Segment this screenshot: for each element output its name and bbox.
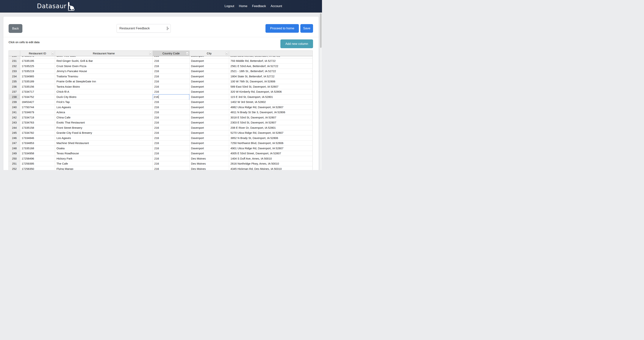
cell-address[interactable]: 320 W Kimberly Rd, Davenport, IA 52806 [229, 89, 312, 94]
cell-country-code[interactable]: 216 [153, 141, 190, 146]
cell-city[interactable]: Davenport [190, 64, 229, 69]
cell-restaurant-name[interactable]: Prairie Grille at SteepleGate Inn [55, 79, 153, 84]
cell-city[interactable]: Davenport [190, 56, 229, 58]
cell-city[interactable]: Des Moines [190, 166, 229, 170]
cell-country-code[interactable]: 216 [153, 130, 190, 135]
cell-restaurant-id[interactable]: 17335189 [20, 79, 55, 84]
cell-restaurant-name[interactable]: Exotic Thai Restaurant [55, 120, 153, 125]
cell-restaurant-name[interactable]: Duck City Bistro [55, 94, 153, 99]
cell-country-code[interactable]: 216 [153, 115, 190, 120]
scrollbar-thumb[interactable] [320, 13, 322, 48]
filter-button[interactable]: ▼ [226, 52, 228, 55]
cell-city[interactable]: Davenport [190, 151, 229, 156]
cell-city[interactable]: Davenport [190, 84, 229, 89]
cell-restaurant-name[interactable]: Frick's Tap [55, 100, 153, 105]
cell-address[interactable]: 1404 S Duff Ave, Ames, IA 50010 [229, 156, 312, 161]
cell-restaurant-id[interactable]: 17334763 [20, 120, 55, 125]
nav-link-feedback[interactable]: Feedback [252, 4, 266, 8]
cell-restaurant-id[interactable]: 17334965 [20, 74, 55, 79]
cell-city[interactable]: Davenport [190, 146, 229, 151]
cell-city[interactable]: Davenport [190, 69, 229, 74]
cell-country-code[interactable]: 216 [153, 84, 190, 89]
back-button[interactable]: Back [8, 24, 22, 33]
cell-country-code[interactable]: 216 [153, 146, 190, 151]
cell-restaurant-id[interactable]: 17334679 [20, 110, 55, 115]
cell-city[interactable]: Davenport [190, 141, 229, 146]
cell-city[interactable]: Des Moines [190, 156, 229, 161]
cell-restaurant-id[interactable]: 17258350 [20, 166, 55, 170]
cell-restaurant-name[interactable]: Hickory Park [55, 156, 153, 161]
cell-city[interactable]: Davenport [190, 135, 229, 140]
cell-city[interactable]: Davenport [190, 110, 229, 115]
cell-city[interactable]: Davenport [190, 89, 229, 94]
datasaur-logo[interactable]: Datasaur [37, 1, 76, 12]
cell-restaurant-name[interactable]: Trattoria Tiramisu [55, 74, 153, 79]
cell-address[interactable]: 2513 53rd Avenue, Bettendorf, IA 52722 [229, 56, 312, 58]
cell-address[interactable]: 115 E 3rd St, Davenport, IA 52801 [229, 94, 312, 99]
cell-restaurant-name[interactable]: Crust Stone Oven Pizza [55, 64, 153, 69]
cell-country-code[interactable]: 216 [153, 151, 190, 156]
cell-restaurant-id[interactable]: 17335225 [20, 64, 55, 69]
cell-city[interactable]: Des Moines [190, 161, 229, 166]
cell-restaurant-id[interactable]: 17259395 [20, 161, 55, 166]
cell-restaurant-id[interactable]: 17334782 [20, 130, 55, 135]
cell-city[interactable]: Davenport [190, 74, 229, 79]
cell-restaurant-id[interactable]: 17335168 [20, 146, 55, 151]
cell-country-code[interactable]: 216 [153, 94, 190, 99]
nav-link-account[interactable]: Account [271, 4, 282, 8]
cell-address[interactable]: 3018 E 53rd St, Davenport, IA 52807 [229, 115, 312, 120]
cell-country-code[interactable]: 216 [153, 161, 190, 166]
filter-button[interactable]: ▼ [52, 52, 54, 55]
cell-restaurant-name[interactable]: Olive Tree Cafe [55, 56, 153, 58]
cell-restaurant-id[interactable]: 18453427 [20, 100, 55, 105]
cell-restaurant-name[interactable]: Osaka [55, 146, 153, 151]
cell-address[interactable]: 2561 E 53rd Ave, Bettendorf, IA 52722 [229, 64, 312, 69]
cell-address[interactable]: 7250 Northwest Blvd, Davenport, IA 52806 [229, 141, 312, 146]
cell-city[interactable]: Davenport [190, 120, 229, 125]
cell-country-code[interactable]: 216 [153, 100, 190, 105]
cell-city[interactable]: Davenport [190, 125, 229, 130]
cell-city[interactable]: Davenport [190, 100, 229, 105]
cell-country-code[interactable]: 216 [153, 135, 190, 140]
cell-restaurant-name[interactable]: Los Agaves [55, 105, 153, 110]
cell-country-code[interactable]: 216 [153, 166, 190, 170]
cell-address[interactable]: 4882 Utica Ridge Rd, Davenport, IA 52807 [229, 105, 312, 110]
cell-restaurant-id[interactable]: 17793744 [20, 105, 55, 110]
cell-restaurant-id[interactable]: 17334717 [20, 89, 55, 94]
nav-link-logout[interactable]: Logout [224, 4, 234, 8]
cell-address[interactable]: 4811 N Brady St Ste 3, Davenport, IA 528… [229, 110, 312, 115]
cell-city[interactable]: Davenport [190, 59, 229, 64]
cell-restaurant-name[interactable]: Azteca [55, 110, 153, 115]
add-new-column-button[interactable]: Add new column [280, 39, 313, 48]
cell-address[interactable]: 4345 Hickman Rd, Des Moines, IA 50310 [229, 166, 312, 170]
cell-address[interactable]: 2616 Northridge Pkwy, Ames, IA 50010 [229, 161, 312, 166]
cell-address[interactable]: 2303 E 53rd St, Davenport, IA 52807 [229, 120, 312, 125]
filter-button[interactable]: ▼ [186, 52, 188, 55]
cell-city[interactable]: Davenport [190, 94, 229, 99]
cell-restaurant-name[interactable]: Jimmy's Pancake House [55, 69, 153, 74]
cell-city[interactable]: Davenport [190, 105, 229, 110]
cell-country-code[interactable]: 216 [153, 64, 190, 69]
cell-restaurant-name[interactable]: Los Agaves [55, 135, 153, 140]
save-button[interactable]: Save [300, 24, 313, 33]
cell-country-code[interactable]: 216 [153, 89, 190, 94]
filter-button[interactable]: ▼ [149, 52, 152, 55]
cell-restaurant-name[interactable]: Granite City Food & Brewery [55, 130, 153, 135]
cell-restaurant-name[interactable]: The Cafe [55, 161, 153, 166]
nav-link-home[interactable]: Home [239, 4, 248, 8]
cell-address[interactable]: 1804 State St, Bettendorf, IA 52722 [229, 74, 312, 79]
cell-restaurant-id[interactable]: 17335219 [20, 69, 55, 74]
cell-restaurant-name[interactable]: Chick-fil-A [55, 89, 153, 94]
cell-address[interactable]: 3852 N Brady St, Davenport, IA 52806 [229, 135, 312, 140]
cell-restaurant-id[interactable]: 17335173 [20, 56, 55, 58]
cell-address[interactable]: 2521 - 18th St., Bettendorf, IA 52722 [229, 69, 312, 74]
project-name-input[interactable] [116, 24, 171, 33]
cell-restaurant-name[interactable]: Front Street Brewery [55, 125, 153, 130]
cell-restaurant-name[interactable]: Tantra Asian Bistro [55, 84, 153, 89]
cell-address[interactable]: 793 Middle Rd, Bettendorf, IA 52722 [229, 59, 312, 64]
cell-address[interactable]: 1402 W 3rd Street, IA 52802 [229, 100, 312, 105]
cell-address[interactable]: 4005 E 53rd Street, Davenport, IA 52807 [229, 151, 312, 156]
cell-address[interactable]: 5270 Utica Ridge Rd, Davenport, IA 52807 [229, 130, 312, 135]
cell-country-code[interactable]: 216 [153, 125, 190, 130]
cell-country-code[interactable]: 216 [153, 59, 190, 64]
